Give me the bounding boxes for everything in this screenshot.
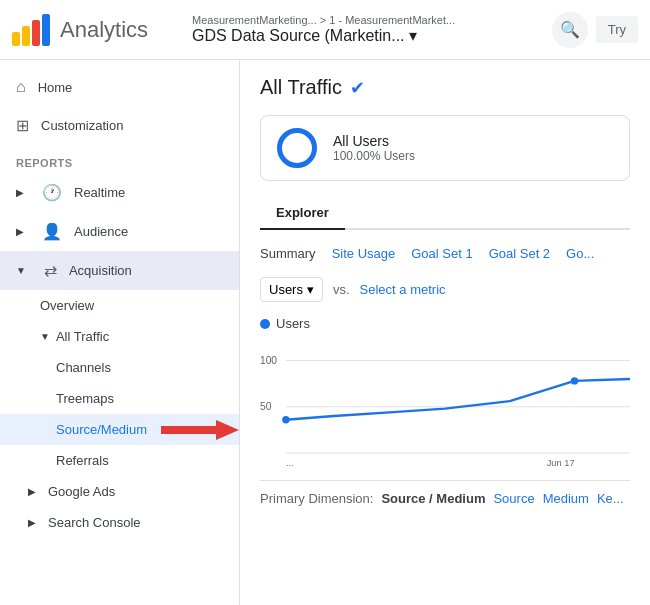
sidebar-item-audience[interactable]: ▶ 👤 Audience xyxy=(0,212,239,251)
dim-link-source[interactable]: Source xyxy=(493,491,534,506)
sidebar-item-source-medium[interactable]: Source/Medium xyxy=(0,414,239,445)
datasource-area: MeasurementMarketing... > 1 - Measuremen… xyxy=(182,14,552,45)
person-icon: 👤 xyxy=(42,222,62,241)
treemaps-label: Treemaps xyxy=(56,391,114,406)
search-button[interactable]: 🔍 xyxy=(552,12,588,48)
chart-legend: Users xyxy=(260,316,630,331)
chevron-down-icon: ▼ xyxy=(16,265,26,276)
reports-section-label: REPORTS xyxy=(0,145,239,173)
sub-tab-goal-set-1[interactable]: Goal Set 1 xyxy=(411,242,472,265)
referrals-label: Referrals xyxy=(56,453,109,468)
logo-icon xyxy=(12,14,50,46)
overview-label: Overview xyxy=(40,298,94,313)
grid-icon: ⊞ xyxy=(16,116,29,135)
legend-label: Users xyxy=(276,316,310,331)
chevron-right-icon: ▶ xyxy=(28,517,36,528)
primary-dim-active[interactable]: Source / Medium xyxy=(381,491,485,506)
vs-label: vs. xyxy=(333,282,350,297)
sidebar-item-label: Home xyxy=(38,80,73,95)
tab-bar: Explorer xyxy=(260,197,630,230)
sub-tab-go[interactable]: Go... xyxy=(566,242,594,265)
chevron-down-icon: ▾ xyxy=(307,282,314,297)
home-icon: ⌂ xyxy=(16,78,26,96)
content-area: All Traffic ✔ All Users 100.00% Users Ex… xyxy=(240,60,650,605)
sidebar-item-home[interactable]: ⌂ Home xyxy=(0,68,239,106)
sidebar-item-search-console[interactable]: ▶ Search Console xyxy=(0,507,239,538)
primary-dimension-bar: Primary Dimension: Source / Medium Sourc… xyxy=(260,480,630,506)
metric-label: Users xyxy=(269,282,303,297)
logo-bar-1 xyxy=(12,32,20,46)
annotation-arrow xyxy=(161,416,240,444)
sidebar-item-referrals[interactable]: Referrals xyxy=(0,445,239,476)
sidebar-item-realtime[interactable]: ▶ 🕐 Realtime xyxy=(0,173,239,212)
sidebar-item-label: Acquisition xyxy=(69,263,132,278)
all-traffic-label: All Traffic xyxy=(56,329,109,344)
sub-tab-summary[interactable]: Summary xyxy=(260,242,316,265)
logo-bar-2 xyxy=(22,26,30,46)
try-button[interactable]: Try xyxy=(596,16,638,43)
verified-icon: ✔ xyxy=(350,77,365,99)
metric-row: Users ▾ vs. Select a metric xyxy=(260,277,630,302)
search-console-label: Search Console xyxy=(48,515,141,530)
sidebar-item-all-traffic[interactable]: ▼ All Traffic xyxy=(0,321,239,352)
breadcrumb: MeasurementMarketing... > 1 - Measuremen… xyxy=(192,14,552,26)
sub-tabs: Summary Site Usage Goal Set 1 Goal Set 2… xyxy=(260,242,630,265)
logo-area: Analytics xyxy=(12,14,182,46)
dim-link-medium[interactable]: Medium xyxy=(543,491,589,506)
chevron-down-icon: ▾ xyxy=(409,26,417,45)
svg-text:100: 100 xyxy=(260,355,277,366)
segment-name: All Users xyxy=(333,133,415,149)
svg-point-7 xyxy=(571,377,578,384)
main-layout: ⌂ Home ⊞ Customization REPORTS ▶ 🕐 Realt… xyxy=(0,60,650,605)
sub-tab-goal-set-2[interactable]: Goal Set 2 xyxy=(489,242,550,265)
sidebar: ⌂ Home ⊞ Customization REPORTS ▶ 🕐 Realt… xyxy=(0,60,240,605)
donut-chart xyxy=(277,128,317,168)
search-icon: 🔍 xyxy=(560,20,580,39)
datasource-selector[interactable]: GDS Data Source (Marketin... ▾ xyxy=(192,26,552,45)
tab-explorer[interactable]: Explorer xyxy=(260,197,345,230)
select-metric-link[interactable]: Select a metric xyxy=(360,282,446,297)
page-title: All Traffic xyxy=(260,76,342,99)
header: Analytics MeasurementMarketing... > 1 - … xyxy=(0,0,650,60)
sidebar-item-acquisition[interactable]: ▼ ⇄ Acquisition xyxy=(0,251,239,290)
svg-text:...: ... xyxy=(286,458,294,468)
acquisition-icon: ⇄ xyxy=(44,261,57,280)
sub-tab-site-usage[interactable]: Site Usage xyxy=(332,242,396,265)
segment-card: All Users 100.00% Users xyxy=(260,115,630,181)
sidebar-item-label: Audience xyxy=(74,224,128,239)
logo-bar-3 xyxy=(32,20,40,46)
logo-bar-4 xyxy=(42,14,50,46)
source-medium-label: Source/Medium xyxy=(56,422,147,437)
sidebar-item-channels[interactable]: Channels xyxy=(0,352,239,383)
datasource-name: GDS Data Source (Marketin... xyxy=(192,27,405,45)
metric-select[interactable]: Users ▾ xyxy=(260,277,323,302)
chevron-right-icon: ▶ xyxy=(16,226,24,237)
segment-info: All Users 100.00% Users xyxy=(333,133,415,163)
segment-pct: 100.00% Users xyxy=(333,149,415,163)
header-actions: 🔍 Try xyxy=(552,12,638,48)
dim-link-keyword[interactable]: Ke... xyxy=(597,491,624,506)
chevron-right-icon: ▶ xyxy=(16,187,24,198)
chevron-right-icon: ▶ xyxy=(28,486,36,497)
google-ads-label: Google Ads xyxy=(48,484,115,499)
svg-text:50: 50 xyxy=(260,401,272,412)
channels-label: Channels xyxy=(56,360,111,375)
svg-text:Jun 17: Jun 17 xyxy=(547,458,575,468)
legend-dot xyxy=(260,319,270,329)
page-title-row: All Traffic ✔ xyxy=(260,76,630,99)
sidebar-item-customization[interactable]: ⊞ Customization xyxy=(0,106,239,145)
chevron-down-icon: ▼ xyxy=(40,331,50,342)
sidebar-item-label: Customization xyxy=(41,118,123,133)
line-chart: 100 50 ... Jun 17 xyxy=(260,339,630,469)
sidebar-item-label: Realtime xyxy=(74,185,125,200)
app-title: Analytics xyxy=(60,17,148,43)
chart-area: Users 100 50 ... Jun 17 xyxy=(260,316,630,476)
clock-icon: 🕐 xyxy=(42,183,62,202)
svg-point-6 xyxy=(282,416,289,423)
sidebar-item-treemaps[interactable]: Treemaps xyxy=(0,383,239,414)
sidebar-item-overview[interactable]: Overview xyxy=(0,290,239,321)
svg-marker-0 xyxy=(161,420,239,440)
sidebar-item-google-ads[interactable]: ▶ Google Ads xyxy=(0,476,239,507)
primary-dim-label: Primary Dimension: xyxy=(260,491,373,506)
